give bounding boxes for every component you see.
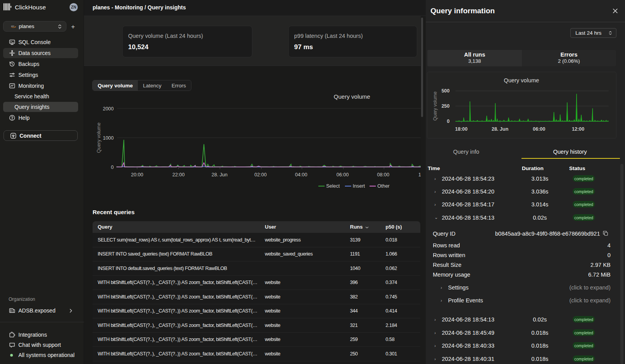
- svg-text:06:00: 06:00: [336, 172, 348, 178]
- svg-text:Query volume: Query volume: [432, 91, 438, 121]
- svg-text:Query volume: Query volume: [96, 123, 102, 153]
- svg-text:Select: Select: [326, 183, 340, 189]
- svg-text:08:00: 08:00: [377, 172, 389, 178]
- svg-text:Other: Other: [377, 183, 389, 189]
- svg-text:20:00: 20:00: [131, 172, 143, 178]
- svg-text:aws: aws: [11, 25, 15, 27]
- svg-text:02:00: 02:00: [254, 172, 266, 178]
- svg-text:12:00: 12:00: [572, 126, 584, 132]
- svg-text:0: 0: [111, 165, 114, 170]
- svg-text:04:00: 04:00: [295, 172, 307, 178]
- svg-text:28. Jun: 28. Jun: [491, 126, 508, 132]
- svg-text:250: 250: [441, 103, 450, 109]
- svg-text:1000: 1000: [103, 135, 114, 141]
- svg-text:28. Jun: 28. Jun: [211, 172, 227, 178]
- svg-text:06:00: 06:00: [533, 126, 545, 132]
- svg-text:18:00: 18:00: [455, 126, 468, 132]
- svg-text:0: 0: [447, 119, 450, 124]
- svg-text:22:00: 22:00: [172, 172, 184, 178]
- svg-text:Query volume: Query volume: [334, 93, 370, 100]
- svg-text:Query volume: Query volume: [504, 77, 539, 83]
- svg-text:2000: 2000: [103, 106, 114, 112]
- svg-text:500: 500: [441, 88, 450, 94]
- svg-text:Insert: Insert: [353, 183, 365, 189]
